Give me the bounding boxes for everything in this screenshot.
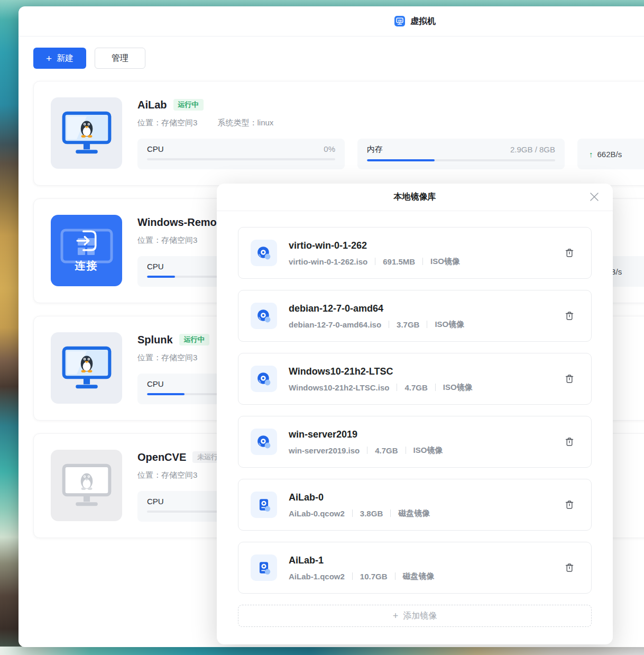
image-size: 3.8GB [360,509,383,518]
local-image-library-modal: 本地镜像库 virt [217,184,613,644]
image-size: 4.7GB [404,383,427,392]
image-text: win-server2019 win-server2019.iso 4.7GB … [289,429,443,456]
delete-image-button[interactable] [562,497,577,513]
vm-name: Windows-Remo [137,215,217,229]
modal-header: 本地镜像库 [217,184,613,211]
svg-text:VM: VM [398,19,402,22]
image-details: AiLab-0.qcow2 3.8GB 磁盘镜像 [289,508,430,518]
vm-stats-row: CPU 0% 内存 2.9GB / 8GB ↑ 662B/s [137,139,644,169]
image-details: virtio-win-0-1-262.iso 691.5MB ISO镜像 [289,257,460,267]
connect-enter-icon [75,229,99,253]
delete-image-button[interactable] [562,434,577,450]
linux-monitor-icon [59,344,114,393]
image-type-icon [251,554,277,581]
image-details: win-server2019.iso 4.7GB ISO镜像 [289,445,443,456]
image-size: 10.7GB [360,572,388,581]
location-label: 位置： [137,353,161,362]
cpu-stat: CPU 0% [137,139,345,169]
divider [367,447,367,454]
add-image-button[interactable]: + 添加镜像 [238,605,592,627]
network-stat: ↑ 662B/s [577,139,644,169]
divider [352,572,353,580]
image-name: AiLab-1 [289,554,435,567]
image-list-item: AiLab-0 AiLab-0.qcow2 3.8GB 磁盘镜像 [238,479,592,531]
trash-icon [564,248,575,258]
divider [435,384,436,391]
image-name: win-server2019 [289,429,443,441]
vm-icon-tile[interactable]: 连接 [51,215,122,286]
vm-icon-tile[interactable] [51,97,122,169]
toolbar: + 新建 管理 [33,48,644,69]
image-list-item: AiLab-1 AiLab-1.qcow2 10.7GB 磁盘镜像 [238,542,592,594]
image-list-item: virtio-win-0-1-262 virtio-win-0-1-262.is… [238,227,592,279]
divider [422,258,423,265]
window-header: VM 虚拟机 [19,6,644,37]
new-vm-button[interactable]: + 新建 [33,48,86,69]
cpu-progress-bar [147,158,335,160]
image-type-icon [251,492,277,518]
delete-image-button[interactable] [562,245,577,261]
image-filename: AiLab-1.qcow2 [289,572,345,581]
divider [389,321,389,328]
image-filename: win-server2019.iso [289,446,360,455]
image-text: virtio-win-0-1-262 virtio-win-0-1-262.is… [289,240,460,267]
image-filename: virtio-win-0-1-262.iso [289,257,367,266]
vm-icon-tile[interactable] [51,332,122,404]
upload-speed: 662B/s [597,150,622,159]
divider [375,258,375,265]
image-details: Windows10-21h2-LTSC.iso 4.7GB ISO镜像 [289,383,473,393]
memory-label: 内存 [367,144,383,154]
image-text: debian-12-7-0-amd64 debian-12-7-0-amd64.… [289,303,464,330]
image-type-icon [251,429,277,455]
iso-disc-icon [256,434,271,449]
divider [397,384,397,391]
iso-disc-icon [256,245,271,260]
linux-monitor-icon [59,461,114,510]
vm-icon-tile[interactable] [51,450,122,521]
vm-card: AiLab 运行中 位置：存储空间3 系统类型：linux CPU 0% 内存 [33,81,644,186]
close-icon [590,192,599,202]
memory-stat: 内存 2.9GB / 8GB [357,139,565,169]
image-filename: AiLab-0.qcow2 [289,509,345,518]
location-value: 存储空间3 [161,235,197,244]
delete-image-button[interactable] [562,560,577,576]
image-list: virtio-win-0-1-262 virtio-win-0-1-262.is… [217,211,613,594]
cpu-label: CPU [147,379,164,388]
desktop-wallpaper-strip [0,647,644,655]
image-text: Windows10-21h2-LTSC Windows10-21h2-LTSC.… [289,366,473,393]
vm-connect-overlay[interactable]: 连接 [51,215,122,286]
os-type-label: 系统类型： [218,118,257,127]
vm-name: OpenCVE [137,450,186,464]
image-filename: debian-12-7-0-amd64.iso [289,320,381,329]
trash-icon [564,562,575,573]
image-type-icon [251,366,277,392]
image-list-item: debian-12-7-0-amd64 debian-12-7-0-amd64.… [238,290,592,342]
manage-button[interactable]: 管理 [95,48,145,69]
location-label: 位置： [137,470,161,479]
trash-icon [564,311,575,321]
image-details: debian-12-7-0-amd64.iso 3.7GB ISO镜像 [289,320,464,330]
image-size: 691.5MB [383,257,415,266]
image-name: Windows10-21h2-LTSC [289,366,473,378]
linux-monitor-icon [59,109,114,158]
modal-title: 本地镜像库 [394,192,436,203]
image-list-item: Windows10-21h2-LTSC Windows10-21h2-LTSC.… [238,353,592,405]
plus-icon: + [46,53,52,63]
trash-icon [564,436,575,447]
image-details: AiLab-1.qcow2 10.7GB 磁盘镜像 [289,571,435,581]
vm-status-badge: 运行中 [173,99,204,111]
disk-image-icon [256,560,271,575]
image-filename: Windows10-21h2-LTSC.iso [289,383,389,392]
vm-card-body: AiLab 运行中 位置：存储空间3 系统类型：linux CPU 0% 内存 [137,97,644,169]
close-modal-button[interactable] [588,191,600,203]
vm-name: Splunk [137,333,173,347]
cpu-label: CPU [147,144,164,153]
vm-meta: 位置：存储空间3 系统类型：linux [137,118,644,128]
divider [427,321,427,328]
trash-icon [564,499,575,510]
location-label: 位置： [137,118,161,127]
location-value: 存储空间3 [161,470,197,479]
delete-image-button[interactable] [562,371,577,387]
page-title: 虚拟机 [410,16,436,27]
delete-image-button[interactable] [562,308,577,324]
